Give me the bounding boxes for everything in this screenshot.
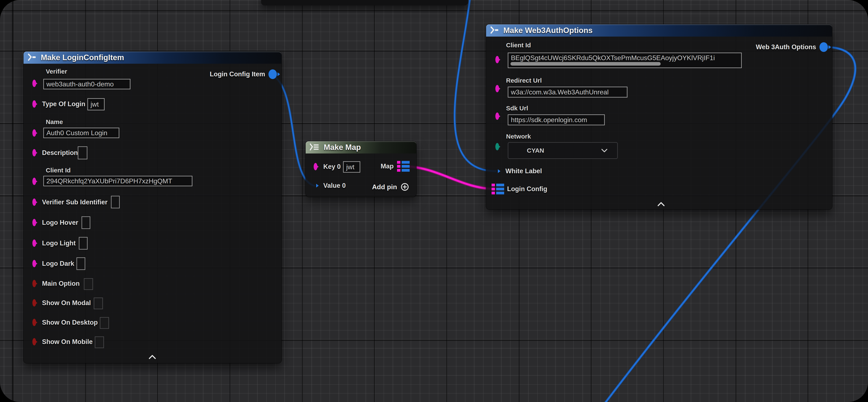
logo-light-label: Logo Light (42, 239, 75, 247)
logo-dark-pin[interactable] (32, 262, 36, 265)
network-dropdown-value: CYAN (508, 147, 544, 154)
redirect-url-label: Redirect Url (506, 77, 542, 84)
client-id-input[interactable]: 294QRkchfq2YaXUbPri7D6PH7xzHgQMT (43, 176, 192, 186)
redirect-url-pin[interactable] (495, 87, 499, 91)
description-input[interactable] (78, 146, 87, 160)
show-on-desktop-label: Show On Desktop (42, 319, 98, 326)
sdk-url-input[interactable]: https://sdk.openlogin.com (508, 114, 605, 125)
network-dropdown[interactable]: CYAN (508, 142, 618, 159)
node-title: Make Web3AuthOptions (503, 26, 593, 35)
login-config-item-output-pin[interactable] (269, 69, 277, 79)
map-output-label: Map (381, 163, 394, 170)
add-pin-button[interactable]: Add pin (372, 182, 409, 191)
output-pin-label: Login Config Item (210, 70, 265, 78)
verifier-label: Verifier (46, 68, 67, 75)
verifier-pin[interactable] (32, 82, 36, 85)
value0-label: Value 0 (323, 182, 346, 190)
verifier-sub-identifier-pin[interactable] (32, 200, 36, 204)
show-on-modal-pin[interactable] (32, 301, 36, 305)
name-pin[interactable] (32, 131, 36, 135)
logo-light-input[interactable] (79, 237, 88, 250)
main-option-pin[interactable] (32, 282, 36, 286)
logo-hover-label: Logo Hover (42, 219, 78, 226)
make-struct-icon (27, 53, 37, 62)
show-on-mobile-checkbox[interactable] (95, 336, 104, 348)
output-web3auth-options[interactable]: Web 3Auth Options (756, 42, 828, 52)
key0-input[interactable]: jwt (343, 161, 360, 173)
description-pin[interactable] (32, 151, 36, 155)
logo-hover-input[interactable] (82, 217, 90, 229)
output-login-config-item[interactable]: Login Config Item (210, 69, 277, 79)
node-header-make-map[interactable]: Make Map (306, 141, 416, 153)
type-of-login-pin[interactable] (32, 102, 36, 106)
type-of-login-label: Type Of Login (42, 100, 85, 108)
make-map-icon (309, 143, 320, 151)
logo-dark-input[interactable] (76, 257, 85, 270)
map-output-pin[interactable] (397, 161, 410, 172)
blueprint-graph-canvas[interactable]: Make LoginConfigItem Login Config Item V… (0, 0, 868, 402)
logo-hover-pin[interactable] (32, 221, 36, 225)
white-label-label: White Label (505, 167, 542, 175)
name-input[interactable]: Auth0 Custom Login (43, 127, 119, 138)
show-on-modal-checkbox[interactable] (94, 297, 103, 309)
node-make-web3authoptions[interactable]: Make Web3AuthOptions Web 3Auth Options C… (486, 24, 832, 209)
name-label: Name (46, 118, 63, 125)
add-pin-label: Add pin (372, 183, 397, 191)
output-pin-label: Web 3Auth Options (756, 43, 816, 51)
client-id-value: BEglQSgt4cUWcj6SKRdu5QkOXTsePmMcusG5EAoy… (511, 54, 715, 62)
node-header-make-web3authoptions[interactable]: Make Web3AuthOptions (486, 24, 832, 36)
main-option-label: Main Option (42, 280, 80, 287)
logo-dark-label: Logo Dark (42, 260, 74, 267)
redirect-url-input[interactable]: w3a://com.w3a.Web3AuthUnreal (508, 87, 627, 97)
show-on-modal-label: Show On Modal (42, 299, 91, 307)
logo-light-pin[interactable] (32, 241, 36, 245)
node-title: Make LoginConfigItem (41, 53, 124, 62)
show-on-mobile-label: Show On Mobile (42, 338, 93, 346)
sdk-url-label: Sdk Url (506, 105, 528, 112)
client-id-scrollbar[interactable] (510, 62, 661, 66)
node-make-loginconfigitem[interactable]: Make LoginConfigItem Login Config Item V… (24, 52, 281, 363)
client-id-pin[interactable] (32, 179, 36, 183)
description-label: Description (42, 149, 78, 156)
add-pin-plus-icon (400, 182, 409, 191)
node-header-make-loginconfigitem[interactable]: Make LoginConfigItem (24, 52, 281, 64)
blueprint-editor-screenshot: Make LoginConfigItem Login Config Item V… (0, 0, 868, 402)
collapse-node-chevron[interactable] (657, 201, 665, 208)
type-of-login-input[interactable]: jwt (87, 98, 104, 110)
main-option-checkbox[interactable] (84, 278, 93, 290)
login-config-label: Login Config (507, 185, 547, 193)
sdk-url-pin[interactable] (495, 114, 499, 118)
client-id-label: Client Id (46, 167, 70, 174)
make-struct-icon (490, 26, 500, 35)
verifier-input[interactable]: web3auth-auth0-demo (43, 79, 130, 89)
show-on-desktop-pin[interactable] (32, 321, 36, 324)
client-id-input[interactable]: BEglQSgt4cUWcj6SKRdu5QkOXTsePmMcusG5EAoy… (508, 53, 742, 68)
node-make-map[interactable]: Make Map Key 0 jwt Map Value 0 Add pin (306, 141, 416, 197)
offscreen-node-partial[interactable] (261, 0, 468, 5)
login-config-pin[interactable] (492, 184, 504, 195)
key0-label: Key 0 (323, 163, 341, 171)
verifier-sub-identifier-input[interactable] (111, 196, 120, 208)
client-id-label: Client Id (506, 41, 531, 49)
network-pin[interactable] (495, 145, 499, 149)
web3auth-options-output-pin[interactable] (819, 42, 828, 52)
verifier-sub-identifier-label: Verifier Sub Identifier (42, 199, 107, 206)
collapse-node-chevron[interactable] (148, 354, 156, 361)
node-title: Make Map (324, 143, 361, 152)
client-id-pin[interactable] (495, 58, 499, 62)
chevron-down-icon (601, 148, 608, 153)
network-label: Network (506, 133, 531, 140)
key0-pin[interactable] (314, 165, 317, 169)
show-on-desktop-checkbox[interactable] (100, 317, 109, 329)
show-on-mobile-pin[interactable] (32, 340, 36, 344)
